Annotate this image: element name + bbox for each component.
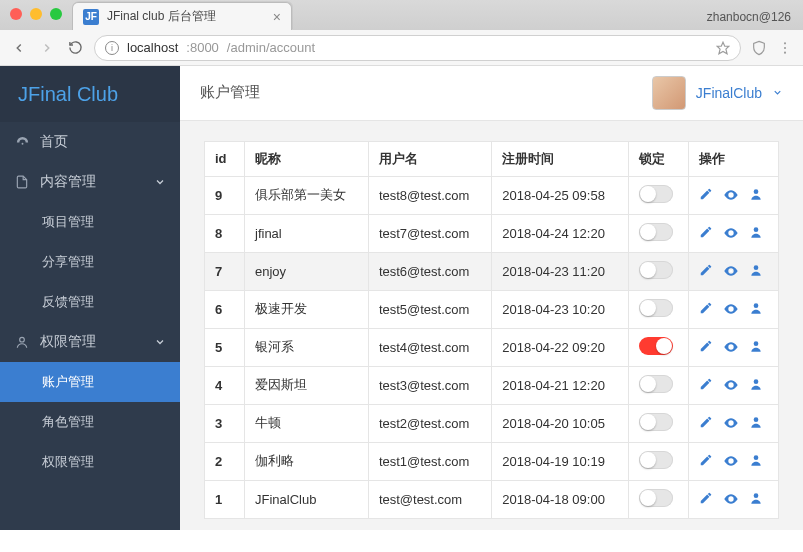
sidebar-item-feedback[interactable]: 反馈管理 (0, 282, 180, 322)
site-info-icon[interactable]: i (105, 41, 119, 55)
view-icon[interactable] (723, 377, 739, 393)
view-icon[interactable] (723, 187, 739, 203)
cell-reg: 2018-04-23 10:20 (492, 290, 629, 328)
svg-point-4 (21, 142, 23, 144)
cell-reg: 2018-04-22 09:20 (492, 328, 629, 366)
sidebar-item-label: 内容管理 (40, 173, 96, 191)
sidebar-item-share[interactable]: 分享管理 (0, 242, 180, 282)
cell-lock (629, 442, 689, 480)
url-port: :8000 (186, 40, 219, 55)
svg-point-7 (754, 190, 759, 195)
view-icon[interactable] (723, 301, 739, 317)
edit-icon[interactable] (699, 339, 713, 355)
sidebar-item-label: 反馈管理 (42, 293, 94, 311)
cell-nick: 银河系 (245, 328, 369, 366)
cell-lock (629, 290, 689, 328)
assign-user-icon[interactable] (749, 377, 763, 393)
lock-toggle[interactable] (639, 337, 673, 355)
edit-icon[interactable] (699, 453, 713, 469)
bookmark-star-icon[interactable] (716, 41, 730, 55)
user-icon (14, 335, 30, 349)
edit-icon[interactable] (699, 225, 713, 241)
chevron-down-icon (154, 176, 166, 188)
cell-nick: 爱因斯坦 (245, 366, 369, 404)
tab-close-icon[interactable]: × (273, 9, 281, 25)
assign-user-icon[interactable] (749, 263, 763, 279)
nav-back-button[interactable] (10, 41, 28, 55)
file-icon (14, 175, 30, 189)
app-root: JFinal Club 首页 内容管理 项目管理 分享管理 反馈管理 权限管理 … (0, 66, 803, 530)
view-icon[interactable] (723, 453, 739, 469)
sidebar-item-project[interactable]: 项目管理 (0, 202, 180, 242)
sidebar-item-permission[interactable]: 权限管理 (0, 442, 180, 482)
cell-reg: 2018-04-18 09:00 (492, 480, 629, 518)
lock-toggle[interactable] (639, 489, 673, 507)
cell-user: test4@test.com (368, 328, 491, 366)
user-menu[interactable]: JFinalClub (652, 76, 783, 110)
nav-reload-button[interactable] (66, 40, 84, 55)
edit-icon[interactable] (699, 415, 713, 431)
lock-toggle[interactable] (639, 261, 673, 279)
sidebar-item-account[interactable]: 账户管理 (0, 362, 180, 402)
view-icon[interactable] (723, 491, 739, 507)
nav-forward-button[interactable] (38, 41, 56, 55)
sidebar-item-permission-group[interactable]: 权限管理 (0, 322, 180, 362)
brand[interactable]: JFinal Club (0, 66, 180, 122)
lock-toggle[interactable] (639, 185, 673, 203)
sidebar-item-content[interactable]: 内容管理 (0, 162, 180, 202)
view-icon[interactable] (723, 225, 739, 241)
browser-toolbar: i localhost:8000/admin/account (0, 30, 803, 66)
lock-toggle[interactable] (639, 299, 673, 317)
sidebar-item-home[interactable]: 首页 (0, 122, 180, 162)
window-minimize-button[interactable] (30, 8, 42, 20)
lock-toggle[interactable] (639, 375, 673, 393)
col-act: 操作 (689, 141, 779, 176)
address-bar[interactable]: i localhost:8000/admin/account (94, 35, 741, 61)
assign-user-icon[interactable] (749, 225, 763, 241)
assign-user-icon[interactable] (749, 491, 763, 507)
cell-user: test1@test.com (368, 442, 491, 480)
cell-nick: 牛顿 (245, 404, 369, 442)
edit-icon[interactable] (699, 187, 713, 203)
assign-user-icon[interactable] (749, 453, 763, 469)
cell-lock (629, 214, 689, 252)
shield-icon[interactable] (751, 40, 767, 56)
table-row: 8jfinaltest7@test.com2018-04-24 12:20 (205, 214, 779, 252)
assign-user-icon[interactable] (749, 301, 763, 317)
cell-user: test5@test.com (368, 290, 491, 328)
window-maximize-button[interactable] (50, 8, 62, 20)
edit-icon[interactable] (699, 491, 713, 507)
assign-user-icon[interactable] (749, 187, 763, 203)
cell-user: test6@test.com (368, 252, 491, 290)
edit-icon[interactable] (699, 377, 713, 393)
browser-tab[interactable]: JF JFinal club 后台管理 × (72, 2, 292, 30)
assign-user-icon[interactable] (749, 415, 763, 431)
cell-lock (629, 366, 689, 404)
view-icon[interactable] (723, 263, 739, 279)
edit-icon[interactable] (699, 263, 713, 279)
table-row: 9俱乐部第一美女test8@test.com2018-04-25 09:58 (205, 176, 779, 214)
sidebar-item-label: 权限管理 (42, 453, 94, 471)
edit-icon[interactable] (699, 301, 713, 317)
col-reg: 注册时间 (492, 141, 629, 176)
view-icon[interactable] (723, 339, 739, 355)
browser-profile[interactable]: zhanbocn@126 (707, 10, 791, 24)
lock-toggle[interactable] (639, 451, 673, 469)
svg-point-11 (754, 266, 759, 271)
svg-point-19 (754, 418, 759, 423)
url-path: /admin/account (227, 40, 315, 55)
cell-reg: 2018-04-21 12:20 (492, 366, 629, 404)
assign-user-icon[interactable] (749, 339, 763, 355)
cell-id: 9 (205, 176, 245, 214)
cell-reg: 2018-04-24 12:20 (492, 214, 629, 252)
table-row: 3牛顿test2@test.com2018-04-20 10:05 (205, 404, 779, 442)
window-close-button[interactable] (10, 8, 22, 20)
lock-toggle[interactable] (639, 223, 673, 241)
view-icon[interactable] (723, 415, 739, 431)
cell-id: 1 (205, 480, 245, 518)
lock-toggle[interactable] (639, 413, 673, 431)
sidebar-item-label: 角色管理 (42, 413, 94, 431)
table-row: 2伽利略test1@test.com2018-04-19 10:19 (205, 442, 779, 480)
menu-icon[interactable] (777, 40, 793, 56)
sidebar-item-role[interactable]: 角色管理 (0, 402, 180, 442)
